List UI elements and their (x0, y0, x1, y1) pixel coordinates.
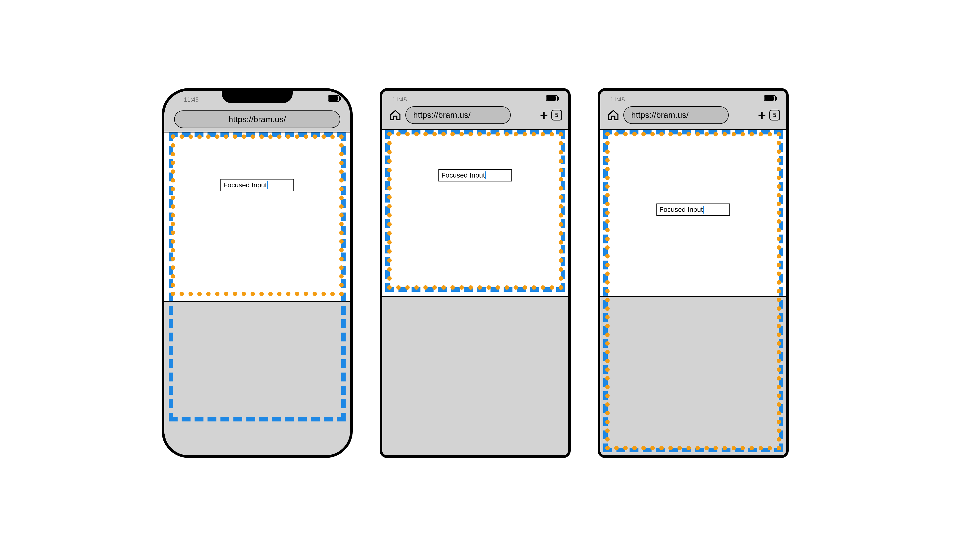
svg-rect-5 (558, 97, 559, 100)
url-field[interactable]: https://bram.us/ (174, 110, 340, 128)
phone-android-resize: 11:45 https://bram.us/ + 5 Focused Input (380, 88, 571, 458)
text-caret (267, 181, 268, 189)
focused-input[interactable]: Focused Input (220, 179, 294, 191)
new-tab-button[interactable]: + (758, 108, 766, 122)
svg-rect-2 (340, 97, 341, 100)
address-bar: https://bram.us/ + 5 (600, 101, 786, 130)
url-field[interactable]: https://bram.us/ (624, 106, 729, 124)
address-bar: https://bram.us/ (164, 106, 350, 132)
focused-input[interactable]: Focused Input (438, 169, 512, 181)
tab-count[interactable]: 5 (769, 110, 780, 121)
url-text: https://bram.us/ (631, 110, 689, 120)
input-value: Focused Input (441, 171, 485, 179)
virtual-keyboard[interactable] (382, 296, 568, 455)
input-value: Focused Input (223, 181, 267, 189)
home-icon[interactable] (607, 109, 619, 121)
focused-input[interactable]: Focused Input (656, 203, 730, 216)
svg-rect-8 (776, 97, 777, 100)
status-time: 11:45 (184, 96, 199, 103)
home-icon[interactable] (389, 109, 401, 121)
url-text: https://bram.us/ (413, 110, 471, 120)
phone-android-overlay: 11:45 https://bram.us/ + 5 Focused Input (598, 88, 789, 458)
address-bar: https://bram.us/ + 5 (382, 101, 568, 130)
page-content: Focused Input (382, 130, 568, 297)
input-value: Focused Input (659, 206, 703, 214)
virtual-keyboard[interactable] (164, 301, 350, 455)
notch (222, 91, 293, 103)
battery-icon (328, 95, 341, 102)
url-field[interactable]: https://bram.us/ (406, 106, 511, 124)
new-tab-button[interactable]: + (540, 108, 548, 122)
svg-rect-1 (329, 96, 338, 101)
phone-iphone: 11:45 https://bram.us/ Focused Input (162, 88, 353, 458)
tab-count[interactable]: 5 (551, 110, 562, 121)
url-text: https://bram.us/ (229, 114, 286, 124)
page-content: Focused Input (164, 132, 350, 302)
text-caret (485, 171, 486, 179)
svg-rect-4 (547, 96, 556, 101)
text-caret (703, 206, 704, 214)
virtual-keyboard[interactable] (600, 296, 786, 455)
svg-rect-7 (765, 96, 774, 101)
